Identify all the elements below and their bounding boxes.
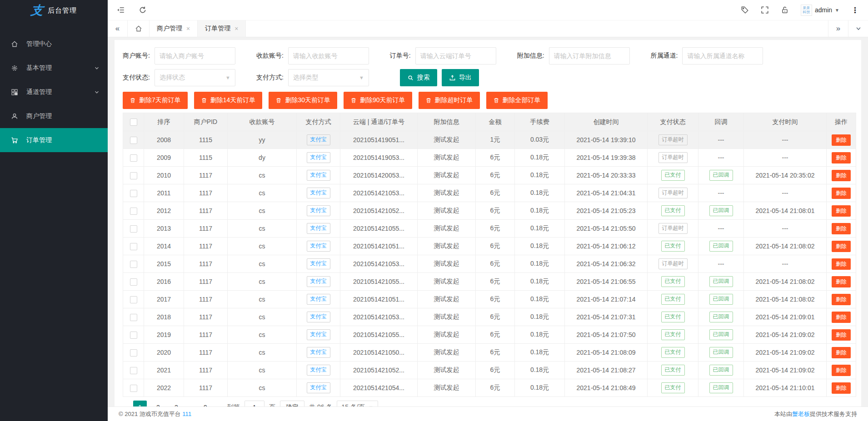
- footer-right-link[interactable]: 蟹老板: [792, 411, 810, 417]
- page-button-2[interactable]: 2: [151, 401, 165, 406]
- callback-badge: 已回调: [709, 276, 733, 287]
- bulk-delete-button-2[interactable]: 删除30天前订单: [269, 92, 337, 109]
- row-checkbox[interactable]: [130, 243, 137, 250]
- tabs-scroll-left-button[interactable]: «: [108, 20, 128, 37]
- row-checkbox[interactable]: [130, 314, 137, 321]
- delete-order-button[interactable]: 删除: [832, 382, 851, 394]
- lock-icon[interactable]: [781, 6, 789, 14]
- fullscreen-icon[interactable]: [761, 6, 769, 14]
- bulk-delete-button-4[interactable]: 删除超时订单: [419, 92, 480, 109]
- tab-0[interactable]: 商户管理 ×: [150, 20, 198, 37]
- delete-order-button[interactable]: 删除: [832, 241, 851, 252]
- sort-cell: 2013: [144, 220, 184, 238]
- filter-input-1[interactable]: [288, 47, 369, 64]
- select-group-0: 支付状态: 选择状态 ▼: [123, 69, 235, 86]
- more-options-icon[interactable]: ⋮: [851, 5, 859, 15]
- jump-confirm-button[interactable]: 确定: [280, 401, 304, 406]
- sidebar-item-0[interactable]: 管理中心: [0, 32, 108, 56]
- row-checkbox[interactable]: [130, 278, 137, 286]
- select-all-checkbox[interactable]: [130, 119, 137, 126]
- jump-page-input[interactable]: [244, 401, 264, 406]
- page-button-1[interactable]: 1: [133, 401, 147, 406]
- home-tab[interactable]: [128, 20, 150, 37]
- paid-time-cell: ---: [744, 220, 827, 238]
- close-icon[interactable]: ×: [186, 25, 190, 32]
- sort-cell: 2017: [144, 291, 184, 308]
- filter-input-3[interactable]: [549, 47, 630, 64]
- delete-order-button[interactable]: 删除: [832, 294, 851, 305]
- delete-order-button[interactable]: 删除: [832, 312, 851, 323]
- info-cell: 测试发起: [418, 238, 476, 255]
- order-no-cell: 2021051421051...: [340, 238, 418, 255]
- filter-input-2[interactable]: [415, 47, 496, 64]
- delete-order-button[interactable]: 删除: [832, 329, 851, 341]
- fee-cell: 0.18元: [515, 238, 565, 255]
- delete-order-button[interactable]: 删除: [832, 223, 851, 234]
- app-root: 支 后台管理 管理中心 基本管理 通道管理 商户管理 订单管理: [0, 0, 868, 421]
- pid-cell: 1115: [184, 149, 228, 167]
- row-checkbox[interactable]: [130, 225, 137, 233]
- row-checkbox[interactable]: [130, 385, 137, 392]
- sidebar-item-3[interactable]: 商户管理: [0, 104, 108, 128]
- tabs-menu-button[interactable]: [848, 20, 868, 37]
- page-size-select[interactable]: 15 条/页▼: [337, 401, 378, 406]
- export-button[interactable]: 导出: [442, 69, 479, 86]
- filter-label: 商户账号:: [123, 52, 150, 60]
- row-checkbox[interactable]: [130, 296, 137, 303]
- row-checkbox[interactable]: [130, 154, 137, 162]
- row-checkbox[interactable]: [130, 208, 137, 215]
- filter-select-0[interactable]: 选择状态 ▼: [155, 69, 235, 86]
- pay-method-badge: 支付宝: [307, 365, 330, 376]
- filter-group-2: 订单号:: [390, 47, 496, 64]
- filter-select-1[interactable]: 选择类型 ▼: [288, 69, 369, 86]
- row-checkbox[interactable]: [130, 137, 137, 144]
- bulk-delete-button-3[interactable]: 删除90天前订单: [344, 92, 412, 109]
- delete-order-button[interactable]: 删除: [832, 205, 851, 217]
- created-cell: 2021-05-14 21:07:14: [565, 291, 648, 308]
- page-button-3[interactable]: 3: [170, 401, 183, 406]
- search-button[interactable]: 搜索: [400, 69, 437, 86]
- paid-time-cell: 2021-05-14 21:08:01: [744, 202, 827, 220]
- table-row: 2012 1117 cs 支付宝 2021051421052... 测试发起 6…: [123, 202, 856, 220]
- delete-order-button[interactable]: 删除: [832, 152, 851, 163]
- user-menu[interactable]: 呆呆 科技 admin ▼: [801, 5, 839, 16]
- delete-order-button[interactable]: 删除: [832, 188, 851, 199]
- sidebar-item-2[interactable]: 通道管理: [0, 80, 108, 104]
- account-cell: cs: [228, 344, 297, 362]
- page-button-9[interactable]: 9: [199, 401, 212, 406]
- tag-icon[interactable]: [741, 6, 749, 14]
- callback-cell: 已回调: [698, 273, 744, 291]
- sidebar-item-4[interactable]: 订单管理: [0, 128, 108, 152]
- info-cell: 测试发起: [418, 131, 476, 149]
- callback-cell: ---: [698, 220, 744, 238]
- collapse-sidebar-icon[interactable]: [117, 6, 125, 14]
- bulk-delete-button-0[interactable]: 删除7天前订单: [123, 92, 188, 109]
- filter-input-0[interactable]: [155, 47, 235, 64]
- filter-row-2: 支付状态: 选择状态 ▼ 支付方式: 选择类型 ▼ 搜索 导出: [123, 69, 853, 86]
- paid-time-cell: 2021-05-14 21:09:02: [744, 326, 827, 344]
- sidebar-item-1[interactable]: 基本管理: [0, 56, 108, 80]
- delete-order-button[interactable]: 删除: [832, 347, 851, 358]
- delete-order-button[interactable]: 删除: [832, 276, 851, 287]
- delete-order-button[interactable]: 删除: [832, 365, 851, 376]
- footer-left-link[interactable]: 111: [182, 411, 191, 417]
- delete-order-button[interactable]: 删除: [832, 170, 851, 181]
- filter-input-4[interactable]: [682, 47, 763, 64]
- bulk-delete-button-5[interactable]: 删除全部订单: [486, 92, 548, 109]
- row-checkbox[interactable]: [130, 190, 137, 197]
- amount-cell: 6元: [476, 255, 515, 273]
- tabs-scroll-right-button[interactable]: »: [828, 20, 848, 37]
- close-icon[interactable]: ×: [234, 25, 238, 32]
- created-cell: 2021-05-14 21:06:12: [565, 238, 648, 255]
- delete-order-button[interactable]: 删除: [832, 258, 851, 270]
- amount-cell: 6元: [476, 167, 515, 184]
- row-checkbox[interactable]: [130, 349, 137, 357]
- row-checkbox[interactable]: [130, 172, 137, 179]
- refresh-icon[interactable]: [139, 6, 147, 14]
- row-checkbox[interactable]: [130, 261, 137, 268]
- row-checkbox[interactable]: [130, 332, 137, 339]
- bulk-delete-button-1[interactable]: 删除14天前订单: [194, 92, 263, 109]
- row-checkbox[interactable]: [130, 367, 137, 374]
- delete-order-button[interactable]: 删除: [832, 134, 851, 146]
- tab-1[interactable]: 订单管理 ×: [198, 20, 246, 37]
